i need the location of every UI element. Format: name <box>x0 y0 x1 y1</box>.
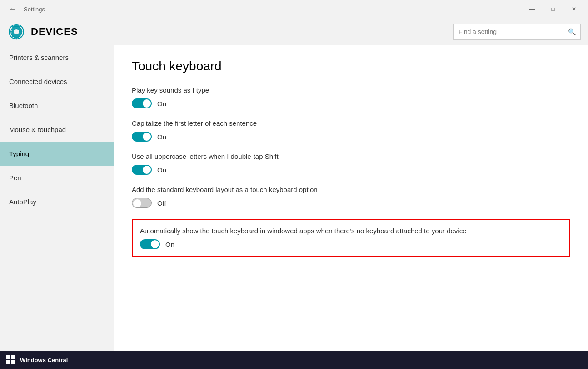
sidebar-item-pen[interactable]: Pen <box>0 166 114 190</box>
setting-capitalize-label: Capitalize the first letter of each sent… <box>132 119 570 127</box>
toggle-capitalize-knob <box>143 133 151 141</box>
content-area: Touch keyboard Play key sounds as I type… <box>114 45 588 351</box>
toggle-capitalize-state: On <box>157 133 166 141</box>
setting-uppercase: Use all uppercase letters when I double-… <box>132 153 570 175</box>
devices-icon <box>7 23 25 41</box>
sidebar-item-printers[interactable]: Printers & scanners <box>0 45 114 69</box>
logo-text: Windows Central <box>20 357 68 364</box>
window-controls: — □ ✕ <box>522 0 584 18</box>
setting-uppercase-label: Use all uppercase letters when I double-… <box>132 153 570 160</box>
svg-marker-1 <box>6 355 10 359</box>
toggle-standard-layout[interactable] <box>132 198 152 208</box>
setting-auto-show-label: Automatically show the touch keyboard in… <box>140 227 562 235</box>
header: DEVICES 🔍 <box>0 18 588 45</box>
bottombar: Windows Central <box>0 351 588 369</box>
svg-marker-4 <box>11 360 15 364</box>
close-button[interactable]: ✕ <box>563 0 584 18</box>
toggle-uppercase-knob <box>143 166 151 174</box>
sidebar-item-typing[interactable]: Typing <box>0 142 114 166</box>
toggle-standard-layout-knob <box>133 199 141 207</box>
setting-auto-show: Automatically show the touch keyboard in… <box>132 219 570 257</box>
toggle-auto-show-state: On <box>165 241 174 248</box>
svg-marker-2 <box>11 355 15 359</box>
main-layout: Printers & scanners Connected devices Bl… <box>0 45 588 351</box>
toggle-standard-layout-state: Off <box>157 199 166 207</box>
search-box[interactable]: 🔍 <box>453 24 581 40</box>
window-title: Settings <box>24 6 45 13</box>
svg-point-0 <box>14 29 19 34</box>
search-icon: 🔍 <box>568 28 576 35</box>
sidebar-item-autoplay[interactable]: AutoPlay <box>0 190 114 214</box>
window: ← Settings — □ ✕ DEVICE <box>0 0 588 369</box>
toggle-key-sounds-knob <box>143 99 151 108</box>
toggle-uppercase-state: On <box>157 166 166 174</box>
sidebar-item-connected[interactable]: Connected devices <box>0 69 114 93</box>
sidebar-item-bluetooth[interactable]: Bluetooth <box>0 93 114 118</box>
toggle-key-sounds-state: On <box>157 100 166 108</box>
setting-standard-layout: Add the standard keyboard layout as a to… <box>132 186 570 208</box>
toggle-auto-show[interactable] <box>140 239 160 249</box>
setting-key-sounds-label: Play key sounds as I type <box>132 86 570 94</box>
sidebar: Printers & scanners Connected devices Bl… <box>0 45 114 351</box>
titlebar: ← Settings — □ ✕ <box>0 0 588 18</box>
toggle-uppercase[interactable] <box>132 165 152 175</box>
content-title: Touch keyboard <box>132 59 570 74</box>
maximize-button[interactable]: □ <box>543 0 563 18</box>
minimize-button[interactable]: — <box>522 0 543 18</box>
page-title: DEVICES <box>31 26 78 38</box>
setting-key-sounds: Play key sounds as I type On <box>132 86 570 108</box>
logo-area: Windows Central <box>5 354 68 365</box>
setting-capitalize: Capitalize the first letter of each sent… <box>132 119 570 142</box>
toggle-capitalize[interactable] <box>132 132 152 142</box>
windows-central-icon <box>5 354 16 365</box>
toggle-key-sounds[interactable] <box>132 98 152 108</box>
toggle-auto-show-knob <box>151 240 159 248</box>
search-input[interactable] <box>458 28 568 35</box>
svg-marker-3 <box>6 360 10 364</box>
back-button[interactable]: ← <box>4 0 22 18</box>
sidebar-item-mouse[interactable]: Mouse & touchpad <box>0 118 114 142</box>
setting-standard-layout-label: Add the standard keyboard layout as a to… <box>132 186 570 193</box>
